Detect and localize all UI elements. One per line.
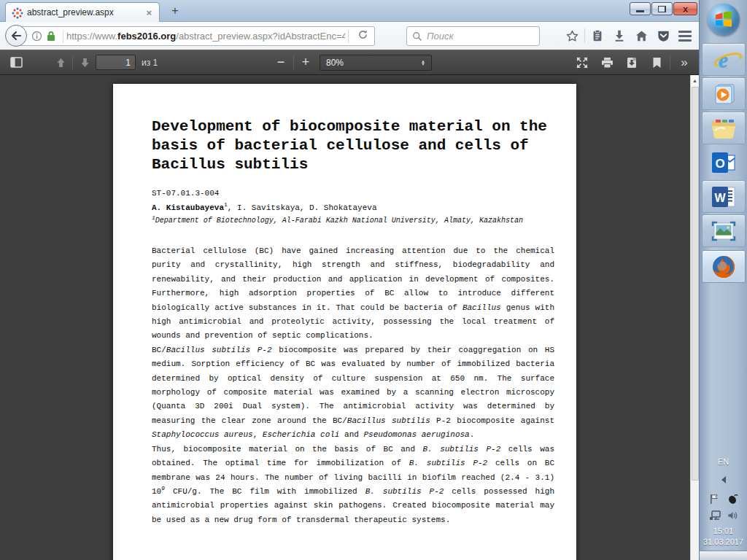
tab-bar: abstract_preview.aspx × + x <box>0 0 699 22</box>
affiliation-line: 1Department of Biotechnology, Al-Farabi … <box>152 217 554 225</box>
window-controls: x <box>629 2 697 15</box>
url-scheme: https://www. <box>66 31 117 42</box>
pointing-device-icon[interactable] <box>727 494 738 505</box>
taskbar-outlook[interactable]: O <box>702 146 746 179</box>
abstract-body: Bacterial cellulose (BC) have gained inc… <box>152 244 554 527</box>
document-title: Development of biocomposite material on … <box>152 117 554 174</box>
more-tools-button[interactable]: » <box>674 50 694 74</box>
toolbar-separator <box>670 55 670 69</box>
previous-page-button[interactable] <box>51 50 70 74</box>
site-favicon-icon <box>12 7 23 18</box>
downloads-button[interactable] <box>608 25 630 47</box>
url-text: https://www.febs2016.org/abstract_previe… <box>66 31 345 42</box>
svg-text:W: W <box>714 192 726 204</box>
screen: abstract_preview.aspx × + x https://www.… <box>0 0 747 560</box>
url-divider <box>348 30 349 43</box>
session-code: ST-07.01.3-004 <box>152 189 554 198</box>
tab-title: abstract_preview.aspx <box>27 7 144 18</box>
menu-button[interactable] <box>674 25 696 47</box>
restore-button[interactable] <box>651 2 673 15</box>
windows-taskbar: e O <box>699 0 747 560</box>
firefox-window: abstract_preview.aspx × + x https://www.… <box>0 0 699 560</box>
document-page: Development of biocomposite material on … <box>113 84 576 560</box>
clock[interactable]: 15:01 <box>713 526 734 535</box>
secure-lock-icon[interactable] <box>46 31 56 42</box>
toolbar-buttons <box>561 22 696 50</box>
zoom-level-value: 80% <box>326 58 344 68</box>
volume-icon[interactable] <box>727 510 738 521</box>
photo-viewer-icon <box>711 220 737 242</box>
abstract-paragraph: BC/Bacillus subtilis P-2 biocomposite wa… <box>152 343 554 443</box>
presentation-mode-button[interactable] <box>572 50 592 74</box>
start-button[interactable] <box>708 4 740 36</box>
search-icon <box>412 31 422 42</box>
zoom-out-button[interactable]: − <box>271 50 290 74</box>
browser-tab[interactable]: abstract_preview.aspx × <box>5 2 160 22</box>
svg-text:O: O <box>715 157 724 171</box>
authors-line: A. Kistaubayeva1, I. Savitskaya, D. Shok… <box>152 203 554 212</box>
page-number-input[interactable] <box>96 55 136 70</box>
zoom-in-button[interactable]: + <box>296 50 315 74</box>
vertical-scrollbar[interactable]: ▲ <box>690 75 699 560</box>
reload-button[interactable] <box>352 29 374 43</box>
url-bar[interactable]: https://www.febs2016.org/abstract_previe… <box>18 26 375 46</box>
scroll-up-icon[interactable]: ▲ <box>691 75 699 86</box>
tab-close-icon[interactable]: × <box>144 7 153 18</box>
taskbar-firefox[interactable] <box>702 250 746 283</box>
show-desktop-button[interactable] <box>700 551 747 560</box>
back-button[interactable] <box>5 25 27 47</box>
download-button[interactable] <box>622 50 642 74</box>
new-tab-button[interactable]: + <box>166 4 184 18</box>
taskbar-media-player[interactable] <box>702 77 746 110</box>
page-count-label: из 1 <box>142 50 158 74</box>
internet-explorer-icon: e <box>719 47 728 72</box>
word-icon: W <box>711 185 737 209</box>
close-icon: x <box>683 4 688 14</box>
navigation-toolbar: https://www.febs2016.org/abstract_previe… <box>0 22 699 50</box>
minimize-icon <box>636 10 644 12</box>
taskbar-internet-explorer[interactable]: e <box>702 43 746 76</box>
abstract-paragraph: Bacterial cellulose (BC) have gained inc… <box>152 244 554 343</box>
home-button[interactable] <box>630 25 652 47</box>
zoom-level-select[interactable]: 80% ▲▼ <box>320 55 432 71</box>
close-button[interactable]: x <box>673 2 697 15</box>
search-bar[interactable]: Поиск <box>406 26 540 46</box>
taskbar-word[interactable]: W <box>702 180 746 213</box>
media-player-icon <box>711 82 736 106</box>
hamburger-icon <box>678 31 692 42</box>
minimize-button[interactable] <box>630 2 651 15</box>
pdf-viewer: Development of biocomposite material on … <box>0 75 699 560</box>
bookmark-current-view-button[interactable] <box>647 50 666 74</box>
outlook-icon: O <box>711 151 737 174</box>
print-button[interactable] <box>597 50 617 74</box>
url-path: /abstract_preview.aspx?idAbstractEnc=442… <box>176 31 345 42</box>
system-tray: EN 15:01 31.03.2017 <box>700 457 747 560</box>
toolbar-separator <box>584 28 585 43</box>
select-spinner-icon: ▲▼ <box>421 60 425 66</box>
page-info-icon[interactable] <box>31 31 42 42</box>
url-divider <box>63 30 63 43</box>
firefox-icon <box>711 254 736 279</box>
action-center-flag-icon[interactable] <box>709 494 720 505</box>
abstract-paragraph: Thus, biocomposite material on the basis… <box>152 443 554 527</box>
network-icon[interactable] <box>709 510 721 521</box>
reading-list-icon[interactable] <box>587 25 608 47</box>
pocket-button[interactable] <box>652 25 674 47</box>
language-indicator[interactable]: EN <box>718 457 729 466</box>
next-page-button[interactable] <box>75 50 94 74</box>
scrollbar-thumb[interactable] <box>692 87 699 481</box>
search-placeholder: Поиск <box>427 31 454 42</box>
taskbar-windows-explorer[interactable] <box>702 112 746 144</box>
show-hidden-icons-button[interactable] <box>721 476 726 483</box>
taskbar-photo-viewer[interactable] <box>702 214 746 247</box>
pdf-toolbar: из 1 − + 80% ▲▼ » <box>0 50 699 75</box>
bookmark-star-button[interactable] <box>561 25 583 47</box>
toolbar-separator <box>293 55 294 69</box>
sidebar-toggle-button[interactable] <box>6 50 26 74</box>
url-domain: febs2016.org <box>117 31 176 42</box>
restore-icon <box>658 6 666 12</box>
toolbar-separator <box>72 55 73 69</box>
date[interactable]: 31.03.2017 <box>703 537 743 546</box>
windows-logo-icon <box>715 12 732 28</box>
folder-icon <box>711 117 737 139</box>
